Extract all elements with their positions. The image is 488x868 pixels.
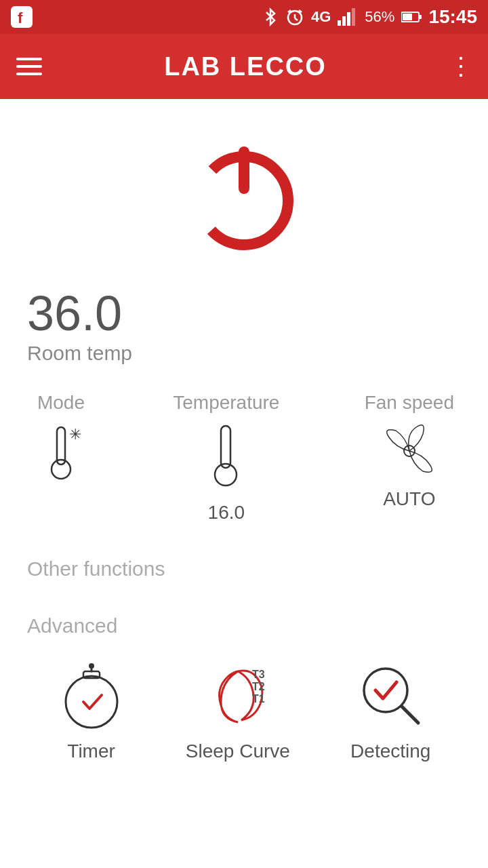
- svg-text:f: f: [18, 9, 23, 26]
- svg-rect-7: [338, 20, 341, 26]
- timer-item[interactable]: Timer: [58, 658, 125, 762]
- temperature-icon: [206, 420, 247, 495]
- svg-point-16: [52, 460, 70, 479]
- detecting-icon: [353, 658, 428, 732]
- detecting-label: Detecting: [350, 741, 430, 762]
- room-temp-label: Room temp: [27, 342, 461, 365]
- svg-rect-13: [403, 14, 412, 20]
- sleep-curve-icon: T3 T2 T1: [201, 658, 275, 732]
- fan-speed-label: Fan speed: [365, 392, 454, 414]
- other-functions-section: Other functions: [27, 557, 461, 580]
- status-time: 15:45: [428, 6, 477, 28]
- svg-text:T3: T3: [252, 669, 265, 680]
- bluetooth-icon: [262, 7, 279, 27]
- status-left: f: [11, 6, 33, 28]
- svg-line-29: [402, 707, 418, 723]
- status-bar: f 4G 56% 15:45: [0, 0, 488, 34]
- svg-point-21: [66, 676, 117, 728]
- fan-speed-value: AUTO: [383, 488, 435, 510]
- mode-control[interactable]: Mode ✳: [34, 392, 88, 488]
- timer-icon: [58, 658, 125, 732]
- fan-icon: [375, 420, 443, 481]
- svg-rect-9: [347, 12, 350, 26]
- svg-text:✳: ✳: [69, 426, 81, 443]
- power-section: [27, 119, 461, 289]
- battery-icon: [401, 10, 422, 24]
- menu-button[interactable]: [16, 58, 42, 75]
- svg-point-24: [89, 663, 94, 669]
- signal-icon: [338, 8, 358, 26]
- svg-rect-18: [221, 426, 230, 468]
- more-options-button[interactable]: ⋮: [449, 52, 472, 81]
- detecting-item[interactable]: Detecting: [350, 658, 430, 762]
- svg-text:T2: T2: [252, 681, 265, 692]
- main-content: 36.0 Room temp Mode ✳ Temperature: [0, 99, 488, 868]
- room-temp-value: 36.0: [27, 289, 461, 338]
- app-title: LAB LECCO: [164, 52, 327, 81]
- sleep-curve-item[interactable]: T3 T2 T1 Sleep Curve: [186, 658, 290, 762]
- svg-rect-8: [342, 16, 346, 26]
- mode-label: Mode: [37, 392, 85, 414]
- alarm-icon: [285, 7, 304, 26]
- controls-row: Mode ✳ Temperature 16.0 Fan speed: [27, 392, 461, 524]
- temperature-label: Temperature: [173, 392, 279, 414]
- advanced-section: Advanced Timer: [27, 614, 461, 762]
- advanced-row: Timer T3 T2 T1 Sleep Curve: [27, 658, 461, 762]
- app-bar: LAB LECCO ⋮: [0, 34, 488, 99]
- temperature-value: 16.0: [208, 502, 245, 524]
- power-button[interactable]: [183, 140, 305, 262]
- svg-text:T1: T1: [252, 693, 265, 705]
- facebook-icon: f: [11, 6, 33, 28]
- fan-speed-control[interactable]: Fan speed AUTO: [365, 392, 454, 510]
- timer-label: Timer: [67, 741, 115, 762]
- network-indicator: 4G: [311, 8, 331, 26]
- svg-rect-10: [352, 8, 355, 26]
- battery-percent: 56%: [365, 8, 394, 26]
- other-functions-label: Other functions: [27, 557, 461, 580]
- svg-line-4: [295, 18, 298, 20]
- svg-rect-12: [419, 15, 422, 19]
- room-temp-section: 36.0 Room temp: [27, 289, 461, 365]
- status-right: 4G 56% 15:45: [262, 6, 477, 28]
- sleep-curve-label: Sleep Curve: [186, 741, 290, 762]
- advanced-label: Advanced: [27, 614, 461, 637]
- mode-icon: ✳: [34, 420, 88, 488]
- temperature-control[interactable]: Temperature 16.0: [173, 392, 279, 524]
